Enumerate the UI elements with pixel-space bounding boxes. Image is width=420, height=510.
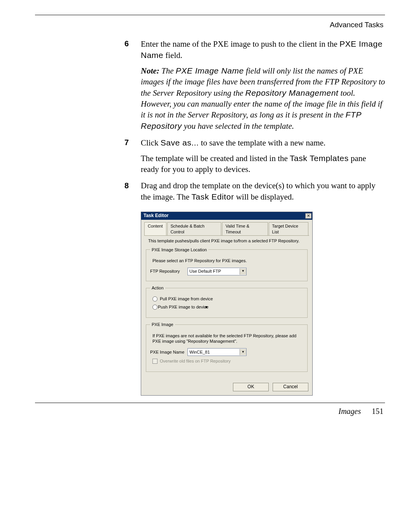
ok-button[interactable]: OK [233, 383, 269, 391]
step-7: 7 Click Save as... to save the template … [124, 137, 385, 149]
footer-page-number: 151 [372, 407, 383, 416]
dialog-body: Content Schedule & Batch Control Valid T… [141, 220, 312, 380]
text: The template will be created and listed … [141, 154, 290, 163]
page: Advanced Tasks 6 Enter the name of the P… [0, 0, 420, 510]
task-editor-dialog: Task Editor ✕ Content Schedule & Batch C… [141, 212, 313, 396]
radio-label: Push PXE image to device [158, 304, 208, 310]
tab-valid-time[interactable]: Valid Time & Timeout [222, 222, 268, 235]
step-number: 8 [124, 181, 141, 202]
ftp-repository-label: FTP Repository [150, 268, 187, 274]
tab-target-devices[interactable]: Target Device List [269, 222, 308, 235]
rule-bottom [35, 403, 385, 403]
tab-strip: Content Schedule & Batch Control Valid T… [144, 222, 309, 235]
tab-content[interactable]: Content [144, 222, 166, 235]
row-ftp-repository: FTP Repository Use Default FTP ▼ [150, 268, 303, 275]
group-legend: PXE Image Storage Location [150, 247, 208, 253]
radio-push-pxe[interactable]: Push PXE image to device [152, 304, 303, 310]
group-legend: Action [150, 285, 165, 291]
dialog-button-row: OK Cancel [141, 380, 312, 395]
ui-label: Task Editor [191, 192, 234, 201]
note-block: Note: The PXE Image Name field will only… [141, 65, 385, 131]
radio-label: Pull PXE image from device [160, 296, 213, 302]
chevron-down-icon[interactable]: ▼ [240, 268, 246, 275]
pxe-image-name-combo[interactable]: WinCE_81 ▼ [187, 348, 247, 356]
text: Click [141, 138, 161, 147]
text: Enter the name of the PXE image to push … [141, 39, 340, 49]
group-hint: If PXE images are not available for the … [152, 333, 303, 344]
text: to save the template with a new name. [199, 138, 326, 147]
group-hint: Please select an FTP Repository for PXE … [152, 258, 303, 264]
ui-label: PXE Image Name [176, 66, 244, 75]
text: you have selected in the template. [182, 121, 294, 131]
group-action: Action Pull PXE image from device Push P… [146, 285, 308, 318]
close-icon[interactable]: ✕ [305, 213, 312, 219]
ftp-repository-combo[interactable]: Use Default FTP ▼ [187, 268, 247, 275]
step-text: Click Save as... to save the template wi… [141, 137, 385, 149]
combo-value: Use Default FTP [188, 268, 240, 274]
dialog-titlebar[interactable]: Task Editor ✕ [141, 212, 312, 220]
step-text: Enter the name of the PXE image to push … [141, 39, 385, 61]
running-head: Advanced Tasks [35, 21, 385, 29]
tab-underline [144, 235, 309, 236]
pxe-image-name-label: PXE Image Name [150, 349, 187, 355]
row-pxe-image-name: PXE Image Name WinCE_81 ▼ [150, 348, 303, 356]
step-number: 7 [124, 137, 141, 149]
footer-section: Images [338, 407, 361, 416]
tab-schedule[interactable]: Schedule & Batch Control [167, 222, 222, 235]
group-pxe-image: PXE Image If PXE images are not availabl… [146, 322, 308, 372]
checkbox-overwrite[interactable]: Overwrite old files on FTP Repository [152, 358, 303, 364]
cancel-button[interactable]: Cancel [273, 383, 308, 391]
page-footer: Images 151 [35, 407, 385, 416]
text: will be displayed. [234, 192, 294, 202]
combo-value: WinCE_81 [188, 349, 240, 355]
step-6: 6 Enter the name of the PXE image to pus… [124, 39, 385, 61]
step-8: 8 Drag and drop the template on the devi… [124, 181, 385, 202]
dialog-title: Task Editor [144, 213, 168, 219]
step-7-follow: The template will be created and listed … [141, 153, 385, 175]
step-number: 6 [124, 39, 141, 61]
ui-label: Repository Management [245, 88, 338, 97]
body-text: 6 Enter the name of the PXE image to pus… [124, 39, 385, 396]
embedded-screenshot: Task Editor ✕ Content Schedule & Batch C… [141, 212, 312, 396]
text: field. [163, 51, 182, 60]
note-label: Note: [141, 66, 159, 75]
group-pxe-storage: PXE Image Storage Location Please select… [146, 247, 308, 281]
group-legend: PXE Image [150, 322, 175, 328]
ui-label: Task Templates [290, 154, 348, 163]
dialog-description: This template pushes/pulls client PXE im… [148, 238, 308, 244]
step-text: Drag and drop the template on the device… [141, 181, 385, 202]
radio-pull-pxe[interactable]: Pull PXE image from device [152, 296, 303, 302]
ui-label: Save as... [161, 138, 199, 147]
text: The [159, 66, 176, 75]
checkbox-label: Overwrite old files on FTP Repository [160, 358, 231, 364]
rule-top [35, 15, 385, 15]
chevron-down-icon[interactable]: ▼ [240, 349, 246, 355]
